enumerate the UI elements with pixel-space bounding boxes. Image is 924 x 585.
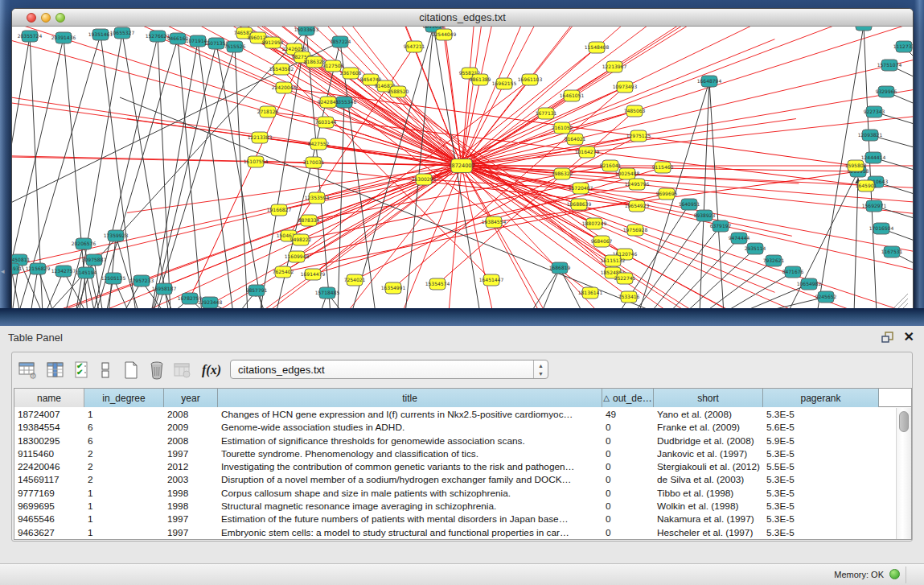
graph-node[interactable]: 16115132 — [601, 255, 626, 266]
graph-node[interactable]: 9245652 — [815, 291, 837, 303]
table-cell[interactable]: 5.5E-5 — [763, 460, 879, 473]
black-edge[interactable] — [405, 27, 433, 309]
red-edge[interactable] — [314, 62, 462, 166]
red-edge[interactable] — [594, 224, 913, 309]
graph-node[interactable]: 9699695 — [656, 188, 678, 200]
black-edge[interactable] — [738, 284, 809, 309]
graph-node[interactable]: 1167531 — [881, 246, 903, 257]
table-cell[interactable]: 5.3E-5 — [763, 447, 879, 460]
red-edge[interactable] — [462, 39, 774, 166]
graph-node[interactable]: 16033603 — [294, 27, 319, 35]
graph-node[interactable]: 9861389 — [470, 74, 491, 85]
table-cell[interactable]: 0 — [602, 500, 654, 513]
graph-node[interactable]: 1112733 — [893, 41, 913, 52]
splitter-collapse-arrow[interactable]: ◂ — [1, 267, 5, 275]
table-cell[interactable]: 2003 — [164, 473, 218, 486]
table-cell[interactable]: 0 — [602, 513, 654, 525]
table-cell[interactable]: 5.9E-5 — [763, 435, 879, 447]
graph-node[interactable]: 20355724 — [18, 31, 43, 42]
network-canvas[interactable]: 2035572420391436193514611065532715276621… — [12, 27, 913, 309]
table-cell[interactable]: 0 — [602, 487, 654, 500]
graph-node[interactable]: 9115460 — [652, 162, 674, 173]
graph-node[interactable]: 10164279 — [575, 146, 600, 158]
table-cell[interactable]: 0 — [602, 526, 654, 539]
graph-node[interactable]: 9857791 — [246, 285, 268, 296]
table-cell[interactable]: Yano et al. (2008) — [654, 408, 763, 421]
select-rows-icon[interactable]: ✔ ✔ — [73, 359, 96, 381]
black-edge[interactable] — [560, 268, 583, 309]
graph-node[interactable]: 15218586 — [852, 27, 877, 31]
graph-node[interactable]: 12444414 — [861, 152, 886, 163]
graph-node[interactable]: 9329966 — [876, 86, 897, 97]
table-cell[interactable]: Stergiakouli et al. (2012) — [654, 460, 763, 473]
table-cell[interactable]: Tourette syndrome. Phenomenology and cla… — [218, 447, 602, 460]
table-row[interactable]: 1830029562008Estimation of significance … — [14, 435, 895, 447]
graph-node[interactable]: 8878334 — [298, 215, 320, 226]
red-edge[interactable] — [12, 210, 279, 309]
window-titlebar[interactable]: citations_edges.txt — [12, 9, 913, 27]
graph-node[interactable]: 7603144 — [315, 117, 337, 128]
graph-node[interactable]: 2522741 — [614, 273, 636, 284]
table-cell[interactable]: de Silva et al. (2003) — [654, 473, 763, 486]
delete-column-icon[interactable] — [147, 359, 170, 381]
graph-node[interactable]: 20391436 — [51, 32, 76, 43]
vertical-scrollbar[interactable] — [896, 408, 911, 539]
graph-node[interactable]: 12353594 — [305, 192, 330, 204]
red-edge[interactable] — [470, 27, 532, 73]
graph-node[interactable]: 19654923 — [625, 200, 650, 212]
table-cell[interactable]: Estimation of the future numbers of pati… — [218, 513, 602, 525]
graph-node[interactable]: 7932621 — [763, 255, 785, 266]
graph-node[interactable]: 30975887 — [82, 254, 107, 266]
black-edge[interactable] — [96, 39, 178, 309]
graph-node[interactable]: 7857224 — [330, 36, 351, 47]
row-height-icon[interactable] — [96, 359, 118, 381]
table-cell[interactable]: Embryonic stem cells: a model to study s… — [218, 526, 602, 539]
column-header-out_de[interactable]: △out_de… — [602, 389, 654, 407]
graph-node[interactable]: 10655327 — [110, 27, 135, 39]
scrollbar-thumb[interactable] — [899, 411, 909, 432]
table-row[interactable]: 2242004622012Investigating the contribut… — [14, 460, 895, 473]
table-row[interactable]: 911546021997Tourette syndrome. Phenomeno… — [14, 447, 895, 460]
table-cell[interactable]: 5.3E-5 — [763, 473, 879, 486]
graph-node[interactable]: 1677131 — [536, 108, 557, 119]
red-edge[interactable] — [625, 27, 913, 87]
table-cell[interactable]: 49 — [602, 408, 654, 421]
graph-hub-node[interactable]: 18724007 — [448, 159, 474, 173]
table-row[interactable]: 969969511998Structural magnetic resonanc… — [14, 500, 895, 513]
graph-node[interactable]: 15354574 — [425, 278, 450, 290]
column-header-title[interactable]: title — [218, 389, 602, 407]
table-row[interactable]: 1938455462009Genome-wide association stu… — [14, 421, 895, 434]
table-cell[interactable]: 5.3E-5 — [763, 500, 879, 513]
black-edge[interactable] — [101, 35, 136, 309]
table-cell[interactable]: 1998 — [164, 487, 218, 500]
table-cell[interactable]: 2 — [84, 460, 164, 473]
table-cell[interactable]: Franke et al. (2009) — [654, 421, 763, 434]
graph-node[interactable]: 8427552 — [308, 138, 330, 150]
window-resize-grip[interactable] — [893, 294, 908, 308]
red-edge[interactable] — [634, 27, 913, 111]
black-edge[interactable] — [122, 33, 169, 309]
function-builder-icon[interactable]: f(x) — [200, 359, 223, 381]
table-cell[interactable]: 0 — [602, 460, 654, 473]
create-column-icon[interactable] — [121, 359, 144, 381]
table-cell[interactable]: 5.3E-5 — [763, 487, 879, 500]
table-cell[interactable]: 6 — [84, 435, 164, 447]
table-cell[interactable]: 2008 — [164, 435, 218, 447]
graph-node[interactable]: 8912954 — [262, 37, 284, 48]
graph-node[interactable]: 12213967 — [602, 61, 627, 72]
network-canvas-svg[interactable]: 2035572420391436193514611065532715276621… — [12, 27, 913, 309]
show-columns-icon[interactable] — [46, 359, 68, 381]
table-cell[interactable]: Tibbo et al. (1998) — [654, 487, 763, 500]
graph-node[interactable]: 9547211 — [404, 41, 425, 52]
graph-node[interactable]: 2588520 — [388, 86, 409, 97]
graph-node[interactable]: 19166827 — [267, 204, 292, 216]
column-header-year[interactable]: year — [164, 389, 218, 407]
red-edge[interactable] — [462, 47, 597, 166]
graph-node[interactable]: 9242845 — [318, 97, 339, 108]
graph-node[interactable]: 1640951 — [679, 199, 700, 210]
graph-node[interactable]: 12342757 — [51, 266, 76, 277]
graph-node[interactable]: 16962155 — [492, 78, 517, 89]
graph-node[interactable]: 2367608 — [340, 68, 362, 79]
black-edge[interactable] — [158, 36, 170, 309]
graph-node[interactable]: 9227343 — [864, 106, 885, 117]
